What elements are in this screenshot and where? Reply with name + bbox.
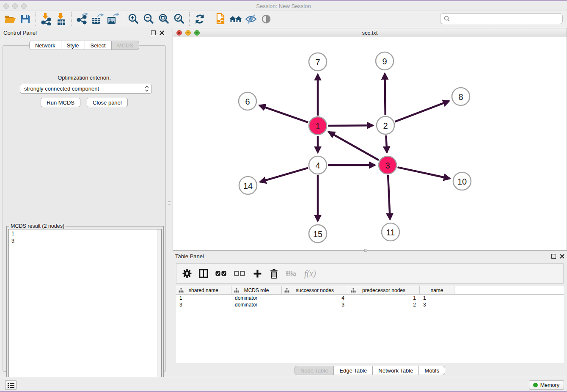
mcds-panel-body: Optimization criterion: strongly connect… [3,45,166,372]
node-11[interactable]: 11 [382,223,399,241]
tab-network[interactable]: Network [29,41,61,50]
toolbar-separator [72,12,72,26]
table-panel: Table Panel [173,252,567,377]
node-15[interactable]: 15 [309,225,327,243]
clone-network-icon[interactable] [213,12,228,26]
zoom-in-icon[interactable] [126,12,141,26]
tab-mcds[interactable]: MCDS [112,41,139,50]
node-2[interactable]: 2 [377,116,394,134]
search-icon [443,15,450,22]
export-network-icon[interactable] [74,12,90,26]
node-8[interactable]: 8 [452,88,470,105]
column-header-name[interactable]: name [420,286,454,294]
split-columns-icon[interactable] [199,267,208,280]
edge-2-9[interactable] [385,74,385,115]
refresh-icon[interactable] [192,12,207,26]
tab-node-table[interactable]: Node Table [295,366,334,375]
zoom-out-icon[interactable] [141,12,156,26]
deselect-all-columns-icon[interactable] [234,267,245,280]
close-table-panel-icon[interactable] [560,254,564,259]
open-session-icon[interactable] [3,12,18,26]
node-14[interactable]: 14 [239,177,257,194]
network-view-window: scc.txt 7968124314101511 [173,28,567,251]
table-toolbar: f(x) [176,263,564,284]
float-panel-icon[interactable] [151,30,156,35]
node-10[interactable]: 10 [453,172,471,190]
zoom-selected-icon[interactable] [171,12,187,26]
cell-mcds-role: dominator [231,295,282,301]
float-table-panel-icon[interactable] [551,254,556,259]
optimization-criterion-select[interactable]: strongly connected component [20,84,152,94]
table-panel-tabbar: Node Table Edge Table Network Table Moti… [173,366,567,375]
node-label-8: 8 [458,92,463,102]
eye-slash-icon[interactable] [243,12,259,26]
node-4[interactable]: 4 [309,156,327,174]
export-table-icon[interactable] [90,12,105,26]
close-panel-icon[interactable] [160,30,164,35]
search-box[interactable] [440,13,563,24]
save-session-icon[interactable] [18,12,33,26]
edge-3-11[interactable] [388,175,390,219]
column-type-icon [234,288,239,293]
column-header-mcds-role[interactable]: MCDS role [231,286,282,294]
mcds-result-line: 3 [11,237,161,245]
edge-2-8[interactable] [395,101,449,122]
column-header-shared-name[interactable]: shared name [176,286,231,294]
node-9[interactable]: 9 [376,52,394,70]
add-column-icon[interactable] [253,267,262,280]
window-resize-handle[interactable] [364,249,367,252]
tab-select[interactable]: Select [85,41,112,50]
edge-3-10[interactable] [398,167,450,179]
table-row[interactable]: 1 dominator 4 1 1 [176,295,564,301]
edge-4-14[interactable] [260,168,308,182]
node-1[interactable]: 1 [309,117,327,135]
delete-column-icon[interactable] [269,267,278,280]
import-table-icon[interactable] [54,12,69,26]
mcds-result-text[interactable]: 1 3 [8,229,162,384]
tab-style[interactable]: Style [61,41,85,50]
export-image-icon[interactable] [105,12,120,26]
network-canvas[interactable]: 7968124314101511 [173,37,567,250]
search-input[interactable] [450,14,562,23]
column-type-icon [351,288,356,293]
home-icon[interactable] [228,12,243,26]
import-network-icon[interactable] [39,12,54,26]
tab-network-table[interactable]: Network Table [373,366,419,375]
edge-1-2[interactable] [328,125,373,126]
column-header-predecessor-nodes[interactable]: predecessor nodes [348,286,420,294]
edge-3-1[interactable] [329,132,379,160]
edge-1-6[interactable] [259,105,308,122]
node-3[interactable]: 3 [379,156,396,174]
cell-successor-nodes: 4 [282,295,348,301]
run-mcds-button[interactable]: Run MCDS [41,98,80,107]
memory-button[interactable]: Memory [529,380,564,390]
node-label-3: 3 [385,161,390,170]
node-label-6: 6 [245,97,250,106]
select-all-columns-icon[interactable] [215,267,227,280]
cell-shared-name: 1 [176,295,231,301]
mcds-result-title: MCDS result (2 nodes) [9,223,66,229]
task-history-button[interactable] [5,380,17,390]
table-row[interactable]: 3 dominator 3 2 3 [176,301,564,308]
cell-predecessor-nodes: 1 [348,295,420,301]
column-type-icon [179,288,184,293]
mcds-result-line: 1 [11,230,161,237]
settings-gear-icon[interactable] [182,267,192,280]
zoom-fit-icon[interactable] [156,12,171,26]
main-toolbar [0,11,567,27]
tab-edge-table[interactable]: Edge Table [334,366,373,375]
mcds-result-group: MCDS result (2 nodes) 1 3 [6,226,164,386]
node-6[interactable]: 6 [239,92,256,110]
lens-icon[interactable] [259,12,274,26]
tab-motifs[interactable]: Motifs [419,366,445,375]
panel-split-handle[interactable] [168,198,171,207]
close-panel-button[interactable]: Close panel [87,98,128,107]
node-label-1: 1 [315,121,320,131]
column-header-successor-nodes[interactable]: successor nodes [282,286,348,294]
edge-2-3[interactable] [386,135,387,152]
node-label-14: 14 [243,181,253,190]
cell-successor-nodes: 3 [282,301,348,308]
network-window-titlebar[interactable]: scc.txt [173,28,567,37]
node-7[interactable]: 7 [309,53,327,71]
result-scrollbar[interactable] [157,229,161,384]
